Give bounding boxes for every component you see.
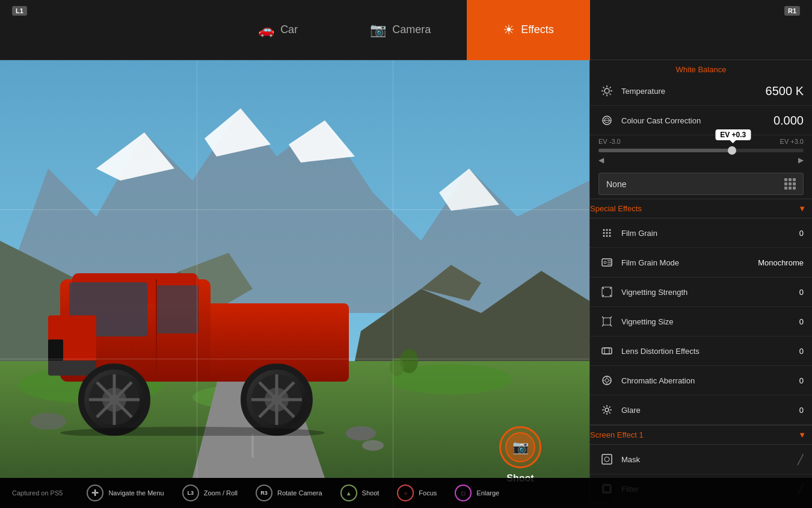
mask-label: Mask — [621, 455, 798, 464]
mask-row[interactable]: Mask ╱ — [590, 445, 812, 474]
slider-max-label: EV +3.0 — [780, 138, 804, 145]
tab-car[interactable]: 🚗 Car — [222, 0, 334, 60]
r3-icon: R3 — [256, 485, 272, 501]
svg-line-89 — [602, 317, 604, 318]
shoot-button[interactable]: 📷 — [499, 426, 541, 468]
effects-sun-icon: ☀ — [503, 22, 515, 38]
temperature-row[interactable]: Temperature 6500 K — [590, 76, 812, 106]
svg-line-108 — [609, 406, 611, 407]
enlarge-label: Enlarge — [476, 489, 499, 497]
vignetting-size-value: 0 — [799, 317, 804, 326]
glare-row[interactable]: Glare 0 — [590, 395, 812, 425]
svg-point-73 — [606, 232, 608, 234]
vignetting-size-label: Vignetting Size — [621, 317, 799, 326]
nav-tabs: 🚗 Car 📷 Camera ☀ Effects — [222, 0, 590, 60]
ev-slider-track[interactable]: EV +0.3 — [598, 149, 804, 152]
dpad-icon: ✛ — [87, 485, 103, 501]
right-panel: White Balance Temperature 6500 K Colour … — [589, 60, 812, 508]
svg-rect-88 — [603, 318, 611, 325]
control-focus: ○ Focus — [397, 485, 437, 501]
main-content: 📷 Shoot White Balance Temperature 6500 K — [0, 60, 812, 508]
film-grain-icon — [598, 225, 615, 241]
ev-slider-container[interactable]: EV -3.0 EV +3.0 EV +0.3 ◀ ▶ — [590, 135, 812, 169]
svg-point-57 — [604, 88, 609, 93]
circle-icon: ○ — [397, 485, 414, 501]
vignetting-size-row[interactable]: Vignetting Size 0 — [590, 307, 812, 336]
shoot-control-label: Shoot — [362, 489, 380, 497]
svg-line-92 — [610, 324, 612, 326]
slider-fill — [598, 149, 732, 152]
glare-label: Glare — [621, 406, 799, 415]
white-balance-header: White Balance — [590, 60, 812, 76]
captured-text: Captured on PS5 — [12, 489, 63, 497]
svg-point-75 — [603, 235, 605, 237]
special-effects-header[interactable]: Special Effects ▼ — [590, 199, 812, 218]
navigate-label: Navigate the Menu — [108, 489, 164, 497]
screen-effect-label: Screen Effect 1 — [590, 430, 644, 439]
ev-tooltip: EV +0.3 — [715, 129, 751, 140]
shoot-button-container: 📷 Shoot — [499, 426, 541, 484]
svg-line-65 — [603, 94, 604, 95]
vignetting-strength-label: Vignetting Strength — [621, 288, 799, 297]
film-grain-mode-icon — [598, 254, 615, 271]
grid-icon — [784, 178, 796, 190]
colour-cast-row[interactable]: Colour Cast Correction 0.000 — [590, 106, 812, 135]
svg-rect-18 — [251, 433, 254, 457]
svg-point-20 — [362, 440, 384, 451]
lens-distortion-value: 0 — [799, 347, 804, 356]
mask-icon — [598, 451, 615, 468]
temperature-value: 6500 K — [766, 84, 804, 98]
svg-point-77 — [609, 235, 611, 237]
svg-point-70 — [606, 229, 608, 231]
svg-line-106 — [603, 406, 604, 407]
preset-dropdown[interactable]: None — [598, 173, 804, 195]
svg-line-63 — [610, 94, 611, 95]
svg-line-90 — [610, 317, 612, 318]
camera-icon: 📷 — [370, 22, 386, 38]
film-grain-row[interactable]: Film Grain 0 — [590, 218, 812, 248]
slider-min-label: EV -3.0 — [598, 138, 621, 145]
colour-cast-value: 0.000 — [774, 114, 804, 128]
vignetting-strength-row[interactable]: Vignetting Strength 0 — [590, 277, 812, 307]
svg-point-69 — [603, 229, 605, 231]
control-navigate: ✛ Navigate the Menu — [87, 485, 164, 501]
slider-thumb[interactable]: EV +0.3 — [728, 146, 736, 155]
colour-cast-icon — [598, 112, 615, 129]
slider-arrows: ◀ ▶ — [598, 156, 804, 164]
tab-camera[interactable]: 📷 Camera — [334, 0, 467, 60]
triangle-icon: ▲ — [340, 485, 357, 501]
svg-line-62 — [603, 87, 604, 88]
slider-right-arrow[interactable]: ▶ — [798, 156, 804, 164]
mask-value: ╱ — [798, 454, 804, 465]
svg-rect-94 — [604, 348, 609, 354]
lens-distortion-row[interactable]: Lens Distortion Effects 0 — [590, 336, 812, 366]
control-zoom: L3 Zoom / Roll — [182, 485, 238, 501]
screen-effect-arrow: ▼ — [798, 430, 806, 439]
shutter-icon: 📷 — [512, 439, 529, 455]
white-balance-label: White Balance — [676, 65, 727, 74]
vignetting-strength-value: 0 — [799, 288, 804, 297]
lens-distortion-label: Lens Distortion Effects — [621, 347, 799, 356]
temperature-label: Temperature — [621, 87, 766, 96]
lens-distortion-icon — [598, 342, 615, 359]
svg-point-101 — [605, 408, 609, 412]
tab-effects[interactable]: ☀ Effects — [467, 0, 590, 60]
svg-point-74 — [609, 232, 611, 234]
svg-line-91 — [602, 324, 604, 326]
tab-effects-label: Effects — [521, 23, 554, 36]
glare-icon — [598, 401, 615, 418]
screen-effect-header[interactable]: Screen Effect 1 ▼ — [590, 425, 812, 445]
film-grain-mode-row[interactable]: Film Grain Mode Monochrome — [590, 248, 812, 277]
zoom-label: Zoom / Roll — [204, 489, 238, 497]
svg-rect-37 — [48, 339, 63, 361]
chromatic-aberration-label: Chromatic Aberration — [621, 376, 799, 385]
control-rotate: R3 Rotate Camera — [256, 485, 322, 501]
slider-left-arrow[interactable]: ◀ — [598, 156, 604, 164]
svg-line-64 — [610, 87, 611, 88]
chromatic-aberration-row[interactable]: Chromatic Aberration 0 — [590, 366, 812, 395]
top-navigation: L1 🚗 Car 📷 Camera ☀ Effects R1 — [0, 0, 812, 60]
focus-label: Focus — [419, 489, 437, 497]
chromatic-aberration-icon — [598, 372, 615, 389]
special-effects-arrow: ▼ — [798, 204, 806, 213]
control-shoot: ▲ Shoot — [340, 485, 380, 501]
